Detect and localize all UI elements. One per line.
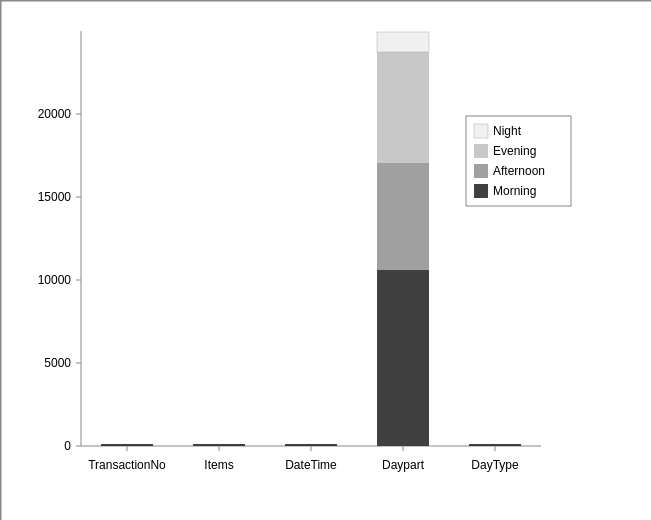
chart-container: 0 5000 10000 15000 20000 TransactionNo I… (0, 0, 651, 520)
legend-night-label: Night (493, 124, 522, 138)
x-label-daypart: Daypart (382, 458, 425, 472)
bar-daypart-morning (377, 270, 429, 446)
legend-morning-swatch (474, 184, 488, 198)
y-label-15000: 15000 (38, 190, 72, 204)
svg-rect-0 (1, 1, 651, 520)
bar-datetime (285, 444, 337, 446)
y-label-20000: 20000 (38, 107, 72, 121)
x-label-items: Items (204, 458, 233, 472)
bar-daytype (469, 444, 521, 446)
legend-evening-label: Evening (493, 144, 536, 158)
y-label-0: 0 (64, 439, 71, 453)
legend-evening-swatch (474, 144, 488, 158)
legend-night-swatch (474, 124, 488, 138)
legend-morning-label: Morning (493, 184, 536, 198)
x-label-transactionno: TransactionNo (88, 458, 166, 472)
bar-daypart-evening (377, 52, 429, 163)
bar-transactionno (101, 444, 153, 446)
bar-chart-svg: 0 5000 10000 15000 20000 TransactionNo I… (1, 1, 651, 520)
y-label-10000: 10000 (38, 273, 72, 287)
bar-daypart-afternoon (377, 163, 429, 270)
legend-afternoon-swatch (474, 164, 488, 178)
y-label-5000: 5000 (44, 356, 71, 370)
x-label-datetime: DateTime (285, 458, 337, 472)
legend-afternoon-label: Afternoon (493, 164, 545, 178)
bar-items (193, 444, 245, 446)
x-label-daytype: DayType (471, 458, 519, 472)
bar-daypart-night (377, 32, 429, 52)
